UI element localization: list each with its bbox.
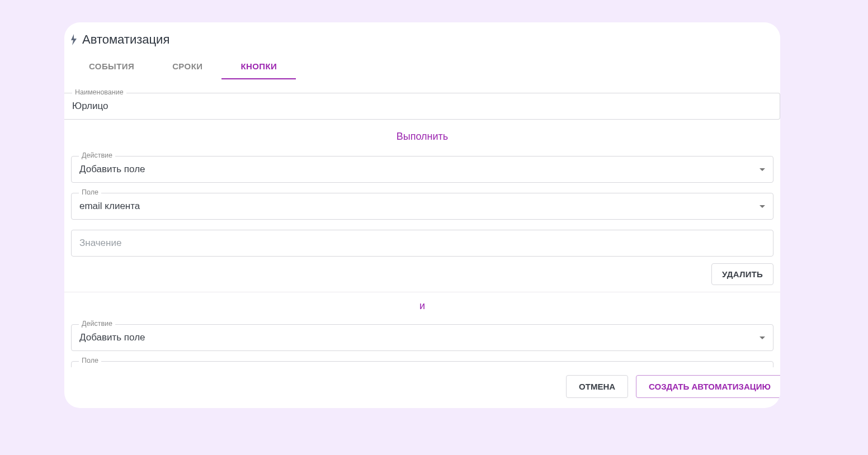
chevron-down-icon <box>760 205 765 208</box>
action-select-wrapper: Действие Добавить поле <box>71 324 773 351</box>
tab-buttons[interactable]: КНОПКИ <box>221 53 296 79</box>
modal-content: Наименование Выполнить Действие Добавить… <box>64 79 780 367</box>
modal-header: Автоматизация <box>64 22 780 47</box>
modal-footer: ОТМЕНА СОЗДАТЬ АВТОМАТИЗАЦИЮ <box>64 367 780 408</box>
modal-title: Автоматизация <box>82 32 169 47</box>
connector-label: и <box>64 292 780 314</box>
create-button[interactable]: СОЗДАТЬ АВТОМАТИЗАЦИЮ <box>636 375 780 398</box>
action-value: Добавить поле <box>79 164 145 175</box>
action-select-wrapper: Действие Добавить поле <box>71 156 773 183</box>
field-select-wrapper: Поле email клиента <box>71 193 773 220</box>
tabs: СОБЫТИЯ СРОКИ КНОПКИ <box>64 47 780 79</box>
automation-modal: Автоматизация СОБЫТИЯ СРОКИ КНОПКИ Наиме… <box>64 22 780 408</box>
action-value: Добавить поле <box>79 332 145 343</box>
delete-button[interactable]: УДАЛИТЬ <box>711 263 773 285</box>
name-field-wrapper: Наименование <box>64 93 780 120</box>
action-label: Действие <box>79 320 115 328</box>
action-label: Действие <box>79 151 115 159</box>
action-select[interactable]: Добавить поле <box>71 324 773 351</box>
field-label: Поле <box>79 188 101 196</box>
chevron-down-icon <box>760 336 765 339</box>
cancel-button[interactable]: ОТМЕНА <box>566 375 628 398</box>
chevron-down-icon <box>760 168 765 171</box>
field-value: email клиента <box>79 201 140 212</box>
action-select[interactable]: Добавить поле <box>71 156 773 183</box>
name-input[interactable] <box>64 93 780 120</box>
value-input[interactable] <box>71 230 773 257</box>
delete-row: УДАЛИТЬ <box>64 257 780 292</box>
automation-icon <box>70 33 78 46</box>
field-select-wrapper: Поле Бюджет <box>71 361 773 367</box>
field-label: Поле <box>79 357 101 364</box>
execute-title: Выполнить <box>64 120 780 146</box>
value-wrapper <box>71 230 773 257</box>
tab-deadlines[interactable]: СРОКИ <box>153 53 221 79</box>
field-select[interactable]: Бюджет <box>71 361 773 367</box>
name-label: Наименование <box>72 88 126 96</box>
field-select[interactable]: email клиента <box>71 193 773 220</box>
tab-events[interactable]: СОБЫТИЯ <box>70 53 153 79</box>
